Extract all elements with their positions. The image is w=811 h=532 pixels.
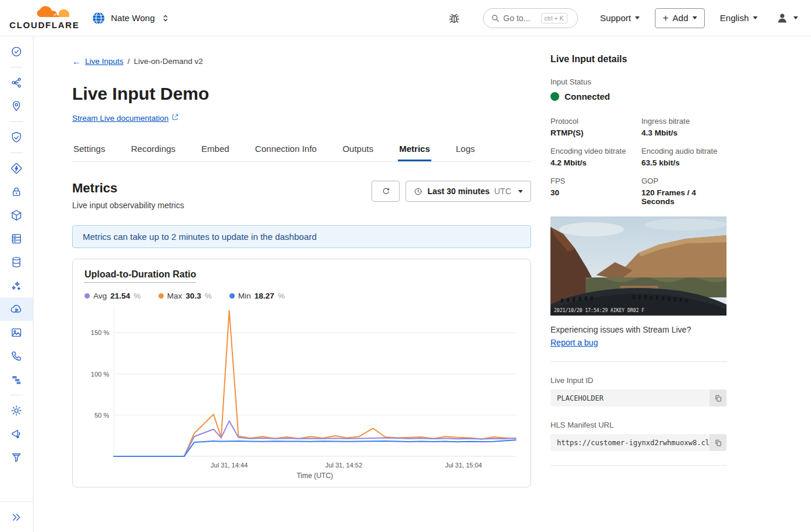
time-travel-icon xyxy=(10,45,23,58)
sidebar-item-ai-sparkles[interactable] xyxy=(0,274,33,297)
refresh-button[interactable] xyxy=(371,181,400,202)
images-icon xyxy=(10,326,23,339)
chevron-down-icon xyxy=(793,16,798,19)
field-value: 120 Frames / 4 Seconds xyxy=(641,188,726,206)
search-icon xyxy=(491,13,500,23)
sidebar-item-traffic[interactable] xyxy=(0,71,33,94)
live-input-details-panel: Live Input details Input Status Connecte… xyxy=(550,36,726,532)
cloudflare-dashboard: CLOUDFLARE Nate Wong xyxy=(0,0,811,532)
refresh-icon xyxy=(381,187,391,196)
tab-logs[interactable]: Logs xyxy=(455,139,477,161)
sidebar-item-database[interactable] xyxy=(0,250,33,274)
svg-text:Jul 31, 15:04: Jul 31, 15:04 xyxy=(445,462,482,469)
tab-embed[interactable]: Embed xyxy=(200,139,231,161)
legend-unit: % xyxy=(278,292,285,300)
divider xyxy=(550,361,726,362)
doc-link-row: Stream Live documentation xyxy=(72,113,531,123)
stream-icon xyxy=(10,303,23,316)
account-switch-icon xyxy=(160,13,171,23)
back-arrow-icon: ← xyxy=(72,56,81,66)
sidebar-item-ssl-lock[interactable] xyxy=(0,180,33,204)
field-value: 4.2 Mbit/s xyxy=(550,158,636,167)
language-menu[interactable]: English xyxy=(720,13,758,23)
sidebar-item-funnel[interactable] xyxy=(0,446,33,469)
live-preview-thumbnail: 2021/10/20 17:54:29 AIKEY DR02 F xyxy=(550,216,726,316)
field-gop: GOP 120 Frames / 4 Seconds xyxy=(641,177,726,206)
sidebar-item-notifications-megaphone[interactable] xyxy=(0,422,33,446)
add-button[interactable]: + Add xyxy=(655,8,705,28)
search-input[interactable] xyxy=(504,13,538,23)
workers-icon xyxy=(10,209,23,222)
tab-outputs[interactable]: Outputs xyxy=(342,139,375,161)
bug-report-button[interactable] xyxy=(445,9,463,27)
svg-text:150 %: 150 % xyxy=(91,329,109,336)
tab-settings[interactable]: Settings xyxy=(72,139,106,161)
calls-icon xyxy=(10,350,23,362)
field-label: Encoding audio bitrate xyxy=(641,147,726,155)
cloudflare-logo[interactable]: CLOUDFLARE xyxy=(9,6,75,30)
sidebar-collapse-button[interactable] xyxy=(10,506,23,529)
divider xyxy=(550,465,726,466)
tab-connection-info[interactable]: Connection Info xyxy=(254,139,318,161)
field-value: 30 xyxy=(550,188,636,197)
tab-metrics[interactable]: Metrics xyxy=(398,139,431,161)
speed-icon xyxy=(10,162,23,175)
sidebar-item-stream[interactable] xyxy=(0,297,33,321)
legend-label: Avg xyxy=(93,292,107,300)
metrics-header: Metrics Live input observability metrics… xyxy=(72,181,531,210)
details-grid: Protocol RTMP(S) Ingress bitrate 4.3 Mbi… xyxy=(550,117,726,206)
main-column: ← Live Inputs / Live-on-Demand v2 Live I… xyxy=(72,36,531,532)
account-switcher[interactable]: Nate Wong xyxy=(92,11,171,25)
search-shortcut-badge: ctrl + K xyxy=(541,13,567,23)
legend-item-avg: Avg 21.54 % xyxy=(85,292,141,300)
sidebar-item-calls[interactable] xyxy=(0,344,33,368)
field-label: GOP xyxy=(641,177,726,185)
metrics-subheading: Live input observability metrics xyxy=(72,201,184,210)
support-menu[interactable]: Support xyxy=(600,13,640,23)
copy-hls-manifest-button[interactable] xyxy=(709,434,726,451)
user-icon xyxy=(775,11,789,25)
field-label: Encoding video bitrate xyxy=(550,147,636,155)
field-value: RTMP(S) xyxy=(550,128,636,137)
hls-manifest-value: https://customer-igynxd2rwhmuoxw8.cloudf xyxy=(550,439,726,447)
sidebar-item-zero-trust-shield[interactable] xyxy=(0,126,33,149)
sidebar-item-storage[interactable] xyxy=(0,227,33,250)
thumbnail-timestamp: 2021/10/20 17:54:29 AIKEY DR02 F xyxy=(554,308,644,313)
field-ingress-bitrate: Ingress bitrate 4.3 Mbit/s xyxy=(641,117,726,137)
field-encoding-video-bitrate: Encoding video bitrate 4.2 Mbit/s xyxy=(550,147,636,167)
chart-card: Upload-to-Duration Ratio Avg 21.54 % Max… xyxy=(72,259,531,487)
support-label: Support xyxy=(600,13,631,23)
legend-dot-avg xyxy=(85,293,90,299)
tab-recordings[interactable]: Recordings xyxy=(130,139,177,161)
queues-icon xyxy=(10,373,23,386)
chevron-down-icon xyxy=(635,16,640,19)
time-zone-value: UTC xyxy=(494,187,511,196)
sidebar-item-time-travel[interactable] xyxy=(0,40,33,63)
user-menu[interactable] xyxy=(775,11,798,25)
ai-sparkles-icon xyxy=(10,279,23,292)
breadcrumb-current: Live-on-Demand v2 xyxy=(134,57,203,66)
legend-dot-min xyxy=(229,293,235,299)
database-icon xyxy=(10,256,23,269)
breadcrumb-live-inputs-link[interactable]: Live Inputs xyxy=(85,57,123,66)
sidebar-item-location-pin[interactable] xyxy=(0,94,33,118)
sidebar-item-speed[interactable] xyxy=(0,157,33,180)
sidebar-item-workers[interactable] xyxy=(0,204,33,227)
copy-live-input-id-button[interactable] xyxy=(709,389,726,406)
live-input-id-label: Live Input ID xyxy=(550,376,726,385)
bug-icon xyxy=(447,11,461,25)
sidebar-item-images[interactable] xyxy=(0,321,33,344)
external-link-icon xyxy=(171,113,179,123)
sidebar-item-queues[interactable] xyxy=(0,368,33,391)
global-search[interactable]: ctrl + K xyxy=(483,8,578,28)
sidebar-divider xyxy=(10,395,23,395)
report-bug-link[interactable]: Report a bug xyxy=(550,338,598,347)
stream-docs-link[interactable]: Stream Live documentation xyxy=(72,114,168,123)
zero-trust-shield-icon xyxy=(10,131,23,144)
svg-text:50 %: 50 % xyxy=(94,412,109,419)
breadcrumb-separator: / xyxy=(127,57,130,66)
chart-legend: Avg 21.54 % Max 30.3 % Min 18.27 % xyxy=(85,292,519,300)
sidebar-item-settings-gear[interactable] xyxy=(0,399,33,422)
time-range-selector[interactable]: Last 30 minutes UTC xyxy=(406,181,531,202)
legend-label: Min xyxy=(238,292,251,300)
